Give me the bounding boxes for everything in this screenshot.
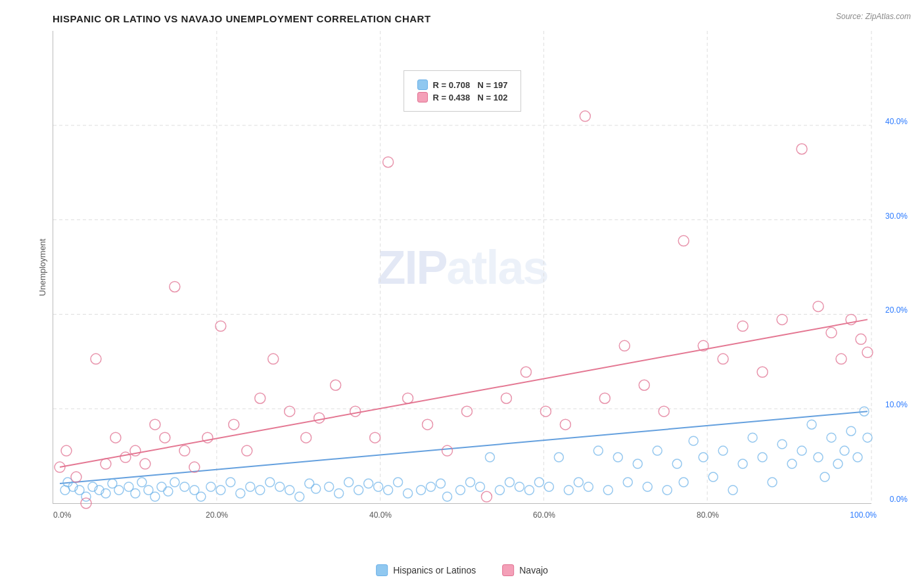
svg-point-80: [679, 478, 688, 487]
svg-point-137: [520, 367, 531, 377]
svg-point-28: [170, 478, 179, 487]
svg-point-26: [157, 482, 166, 491]
legend-label-hispanics: Hispanics or Latinos: [393, 565, 476, 575]
svg-point-136: [501, 393, 511, 403]
y-tick-10: 10.0%: [885, 400, 908, 409]
svg-point-117: [189, 462, 200, 472]
svg-point-69: [574, 478, 583, 487]
svg-point-129: [370, 432, 381, 443]
chart-title: HISPANIC OR LATINO VS NAVAJO UNEMPLOYMEN…: [53, 13, 871, 24]
svg-point-147: [718, 353, 728, 364]
y-tick-40: 40.0%: [885, 117, 908, 126]
svg-point-61: [495, 485, 504, 495]
svg-point-33: [216, 485, 225, 495]
svg-point-75: [633, 459, 642, 468]
y-tick-30: 30.0%: [885, 212, 908, 221]
svg-point-149: [757, 367, 768, 377]
svg-point-144: [658, 406, 669, 417]
svg-point-25: [150, 492, 160, 501]
chart-area: Unemployment ZIPatlas R = 0.708 N = 197 …: [53, 31, 871, 504]
svg-point-64: [524, 485, 534, 495]
svg-point-111: [130, 445, 141, 456]
svg-point-106: [81, 498, 91, 508]
svg-point-156: [856, 334, 866, 344]
svg-point-15: [81, 492, 91, 501]
svg-point-150: [777, 314, 787, 325]
svg-point-66: [544, 482, 553, 491]
svg-point-51: [394, 478, 403, 487]
svg-point-43: [312, 484, 321, 493]
legend-item-hispanics: Hispanics or Latinos: [376, 564, 476, 576]
svg-point-102: [863, 433, 872, 442]
svg-point-141: [599, 393, 610, 403]
svg-point-20: [114, 485, 124, 495]
svg-point-38: [266, 478, 275, 487]
svg-point-55: [436, 479, 446, 488]
svg-point-35: [236, 489, 245, 498]
svg-point-34: [226, 478, 235, 487]
svg-point-23: [137, 478, 147, 487]
svg-point-29: [180, 482, 189, 491]
svg-point-68: [564, 485, 573, 495]
svg-point-108: [101, 459, 111, 469]
legend-label-navajo: Navajo: [519, 565, 548, 575]
svg-point-86: [738, 459, 747, 468]
scatter-svg: [53, 31, 871, 503]
svg-point-154: [836, 353, 846, 364]
svg-point-36: [246, 482, 255, 491]
svg-point-85: [728, 485, 737, 495]
svg-point-59: [475, 482, 484, 491]
svg-point-139: [560, 419, 570, 430]
svg-point-128: [350, 406, 361, 417]
y-tick-0: 0.0%: [890, 495, 908, 504]
svg-point-70: [584, 482, 593, 491]
svg-point-44: [325, 482, 334, 491]
svg-point-152: [813, 301, 823, 311]
svg-point-134: [462, 406, 473, 417]
svg-point-120: [229, 419, 239, 430]
svg-point-39: [275, 482, 285, 491]
svg-point-122: [255, 393, 266, 403]
svg-point-90: [777, 440, 787, 449]
svg-point-110: [120, 452, 131, 462]
svg-point-91: [787, 459, 797, 468]
svg-point-72: [603, 485, 612, 495]
x-tick-20: 20.0%: [206, 510, 228, 520]
svg-point-48: [364, 479, 373, 488]
y-axis-label: Unemployment: [37, 238, 47, 296]
svg-point-46: [344, 478, 354, 487]
svg-point-99: [846, 426, 856, 436]
legend-item-navajo: Navajo: [502, 564, 548, 576]
svg-point-67: [554, 453, 563, 462]
svg-point-31: [196, 492, 206, 501]
svg-point-115: [170, 281, 180, 292]
svg-point-142: [619, 340, 630, 351]
svg-point-121: [242, 445, 252, 456]
x-tick-60: 60.0%: [533, 510, 555, 520]
svg-point-92: [797, 446, 806, 455]
svg-point-71: [593, 446, 603, 455]
legend-swatch-navajo: [502, 564, 514, 576]
svg-point-32: [206, 482, 216, 491]
svg-point-45: [335, 489, 344, 498]
source-label: Source: ZipAtlas.com: [836, 12, 911, 21]
svg-point-140: [580, 111, 590, 122]
svg-point-126: [314, 413, 325, 423]
legend-swatch-hispanics: [376, 564, 388, 576]
svg-point-114: [160, 432, 170, 443]
svg-point-73: [613, 453, 622, 462]
svg-point-49: [374, 482, 383, 491]
svg-point-88: [758, 453, 767, 462]
svg-point-79: [672, 459, 681, 468]
svg-point-81: [689, 436, 698, 445]
svg-point-42: [305, 479, 314, 488]
svg-point-57: [456, 485, 465, 495]
svg-point-153: [826, 327, 837, 338]
svg-point-96: [827, 433, 836, 442]
x-tick-40: 40.0%: [369, 510, 392, 520]
svg-point-83: [708, 472, 718, 482]
svg-point-40: [285, 485, 294, 495]
svg-point-78: [662, 485, 672, 495]
svg-point-112: [140, 459, 150, 469]
x-tick-100: 100.0%: [850, 510, 877, 520]
